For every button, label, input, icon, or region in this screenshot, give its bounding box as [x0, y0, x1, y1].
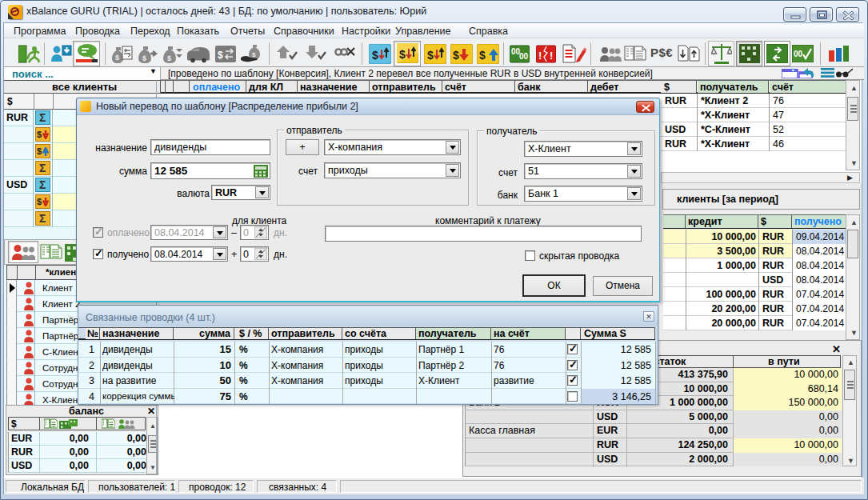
svg-text:$: $ — [167, 54, 171, 62]
svg-text:!: ! — [538, 50, 542, 62]
svg-text:$: $ — [115, 54, 119, 62]
svg-text:$: $ — [427, 49, 434, 62]
svg-text:00: 00 — [794, 50, 803, 58]
svg-text:$: $ — [252, 51, 256, 58]
svg-text:$: $ — [479, 49, 486, 62]
svg-text:$: $ — [453, 49, 459, 62]
svg-text:$: $ — [218, 50, 223, 61]
svg-text:$: $ — [399, 48, 406, 61]
svg-text:00: 00 — [519, 52, 529, 61]
svg-text:$: $ — [142, 54, 146, 62]
svg-text:!: ! — [550, 50, 553, 62]
svg-text:$: $ — [372, 49, 378, 62]
